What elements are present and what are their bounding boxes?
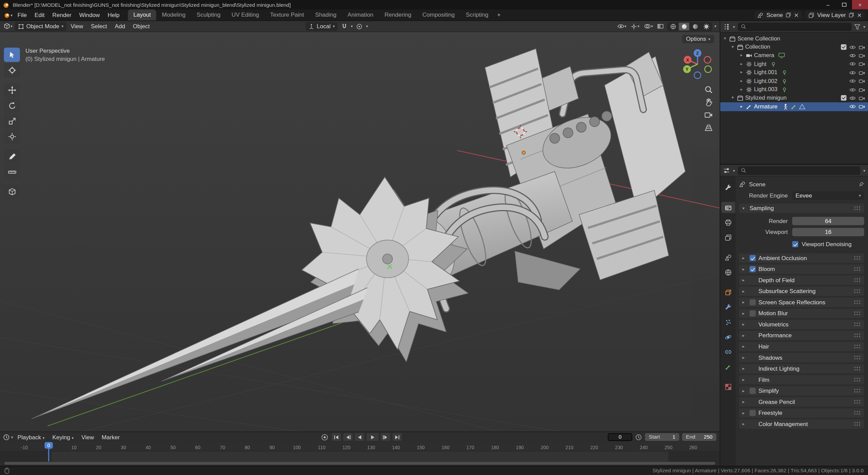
tool-tweak-select[interactable] xyxy=(4,48,20,62)
timeline-ruler[interactable]: -100102030405060708090100110120130140150… xyxy=(0,442,720,452)
expander-icon[interactable]: ▾ xyxy=(730,96,735,100)
tab-compositing[interactable]: Compositing xyxy=(417,9,460,20)
expander-icon[interactable]: ▸ xyxy=(739,79,744,83)
navigation-gizmo[interactable]: Z X Y xyxy=(680,47,715,82)
collection-checkbox[interactable] xyxy=(841,96,846,101)
outliner-editor-icon[interactable] xyxy=(723,23,730,30)
menu-window[interactable]: Window xyxy=(75,10,104,20)
tab-object-data-properties[interactable] xyxy=(721,361,735,372)
outliner-row-armature[interactable]: ▸ Armature xyxy=(720,102,868,111)
outliner-row-light[interactable]: ▸ Light xyxy=(720,60,868,68)
tool-cursor[interactable] xyxy=(4,63,20,77)
snap-toggle[interactable] xyxy=(340,22,348,30)
menu-edit[interactable]: Edit xyxy=(31,10,48,20)
freestyle-checkbox[interactable] xyxy=(750,410,756,416)
drag-grip-icon[interactable] xyxy=(854,322,861,327)
gizmos-toggle[interactable]: ▾ xyxy=(630,22,641,30)
outliner-row-camera[interactable]: ▸ Camera xyxy=(720,51,868,60)
simplify-checkbox[interactable] xyxy=(750,388,756,394)
panel-depth-of-field[interactable]: ▸Depth of Field xyxy=(739,275,864,285)
tool-rotate[interactable] xyxy=(4,99,20,113)
sampling-viewport-field[interactable]: 16 xyxy=(792,228,864,236)
drag-grip-icon[interactable] xyxy=(854,278,861,283)
drag-grip-icon[interactable] xyxy=(854,377,861,383)
render-engine-dropdown[interactable]: Eevee ▾ xyxy=(792,191,864,200)
proportional-options-dropdown[interactable]: ▾ xyxy=(366,24,368,28)
menu-select[interactable]: Select xyxy=(87,22,110,31)
drag-grip-icon[interactable] xyxy=(854,388,861,393)
motion-blur-checkbox[interactable] xyxy=(750,310,756,317)
tab-constraint-properties[interactable] xyxy=(721,346,735,358)
mode-dropdown[interactable]: Object Mode ▾ xyxy=(15,22,66,31)
panel-performance[interactable]: ▸Performance xyxy=(739,331,864,340)
playhead[interactable]: 0 xyxy=(48,442,49,461)
timeline-scrollbar[interactable] xyxy=(4,462,715,465)
properties-search-input[interactable] xyxy=(738,166,861,174)
zoom-icon[interactable] xyxy=(704,85,713,94)
hide-viewport-eye-icon[interactable] xyxy=(849,104,856,109)
outliner-row-light-003[interactable]: ▸ Light.003 xyxy=(720,85,868,94)
tab-sculpting[interactable]: Sculpting xyxy=(191,9,226,20)
hide-viewport-eye-icon[interactable] xyxy=(849,62,856,67)
drag-grip-icon[interactable] xyxy=(854,344,861,349)
collection-checkbox[interactable] xyxy=(841,44,846,50)
panel-indirect-lighting[interactable]: ▸Indirect Lighting xyxy=(739,364,864,374)
next-keyframe-button[interactable] xyxy=(381,433,390,441)
tab-scene-properties[interactable] xyxy=(721,252,735,263)
xray-toggle[interactable] xyxy=(656,23,665,30)
tab-animation[interactable]: Animation xyxy=(342,9,379,20)
panel-bloom[interactable]: ▸Bloom xyxy=(739,265,864,274)
expander-icon[interactable]: ▸ xyxy=(739,62,744,66)
panel-motion-blur[interactable]: ▸Motion Blur xyxy=(739,309,864,318)
tool-add-cube[interactable] xyxy=(4,185,20,199)
viewport-canvas[interactable]: User Perspective (0) Stylized minigun | … xyxy=(0,32,720,431)
end-frame-field[interactable]: End250 xyxy=(682,433,716,441)
tab-rendering[interactable]: Rendering xyxy=(379,9,417,20)
drag-grip-icon[interactable] xyxy=(854,366,861,371)
tab-uv-editing[interactable]: UV Editing xyxy=(226,9,264,20)
expander-icon[interactable]: ▸ xyxy=(739,87,744,92)
play-button[interactable] xyxy=(366,433,379,441)
transform-orientation-dropdown[interactable]: Local ▾ xyxy=(306,22,338,31)
axis-x-negative[interactable] xyxy=(704,56,711,63)
drag-grip-icon[interactable] xyxy=(854,311,861,316)
panel-grease-pencil[interactable]: ▸Grease Pencil xyxy=(739,397,864,407)
drag-grip-icon[interactable] xyxy=(854,300,861,305)
auto-keying-button[interactable] xyxy=(320,433,329,441)
menu-keying[interactable]: Keying ▾ xyxy=(49,432,77,442)
hide-viewport-eye-icon[interactable] xyxy=(849,79,856,84)
menu-file[interactable]: File xyxy=(14,10,31,20)
drag-grip-icon[interactable] xyxy=(854,289,861,294)
snap-options-dropdown[interactable]: ▾ xyxy=(351,24,353,28)
axis-y-negative[interactable] xyxy=(705,66,711,73)
outliner-filter-dropdown[interactable]: ▾ xyxy=(863,24,865,28)
panel-freestyle[interactable]: ▸Freestyle xyxy=(739,408,864,418)
properties-editor-icon[interactable] xyxy=(723,167,730,174)
tab-object-properties[interactable] xyxy=(721,287,735,298)
expander-icon[interactable]: ▾ xyxy=(730,45,735,49)
view-layer-selector[interactable]: View Layer xyxy=(806,11,865,19)
jump-to-start-button[interactable] xyxy=(332,433,341,441)
shading-material-button[interactable] xyxy=(690,22,701,30)
shading-options-dropdown[interactable]: ▾ xyxy=(715,24,717,28)
disable-render-camera-icon[interactable] xyxy=(858,104,865,109)
maximize-button[interactable] xyxy=(836,0,852,10)
panel-sampling[interactable]: ▾ Sampling xyxy=(739,204,864,213)
jump-to-end-button[interactable] xyxy=(393,433,402,441)
disable-render-camera-icon[interactable] xyxy=(858,79,865,84)
outliner-row-light-002[interactable]: ▸ Light.002 xyxy=(720,77,868,85)
pin-icon[interactable] xyxy=(858,181,864,187)
tool-measure[interactable] xyxy=(4,165,20,179)
tab-shading[interactable]: Shading xyxy=(310,9,342,20)
expander-icon[interactable]: ▸ xyxy=(739,70,744,75)
overlays-toggle[interactable]: ▾ xyxy=(643,23,654,30)
disable-render-camera-icon[interactable] xyxy=(858,62,865,67)
disable-render-camera-icon[interactable] xyxy=(858,87,865,92)
tab-texture-paint[interactable]: Texture Paint xyxy=(265,9,310,20)
ambient-occlusion-checkbox[interactable] xyxy=(750,255,756,261)
new-scene-icon[interactable] xyxy=(786,12,791,18)
filter-funnel-icon[interactable] xyxy=(854,23,861,30)
properties-options-dropdown[interactable]: ▾ xyxy=(863,168,865,172)
shading-solid-button[interactable] xyxy=(679,22,689,30)
panel-hair[interactable]: ▸Hair xyxy=(739,342,864,351)
